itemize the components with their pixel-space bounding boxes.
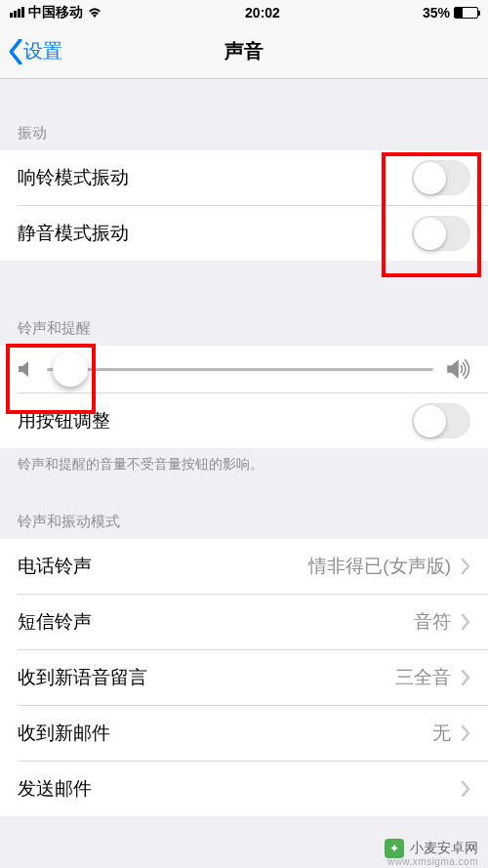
volume-slider-row: [0, 346, 488, 393]
row-text-tone[interactable]: 短信铃声 音符: [0, 595, 488, 649]
watermark-logo-icon: ✦: [385, 839, 404, 858]
status-bar: 中国移动 20:02 35%: [0, 0, 488, 24]
chevron-right-icon: [461, 670, 470, 685]
row-new-mail[interactable]: 收到新邮件 无: [0, 706, 488, 761]
cell-label: 静音模式振动: [18, 221, 412, 246]
row-button-adjust[interactable]: 用按钮调整: [0, 393, 488, 448]
cell-value: 情非得已(女声版): [308, 554, 451, 579]
watermark-url: www.xmsigma.com: [387, 856, 478, 867]
switch-silent-vibrate[interactable]: [412, 216, 470, 251]
row-sent-mail[interactable]: 发送邮件: [0, 762, 488, 816]
cell-label: 发送邮件: [18, 776, 451, 802]
cell-value: 音符: [414, 609, 451, 635]
status-left: 中国移动: [10, 4, 102, 21]
chevron-right-icon: [461, 558, 470, 574]
section-header-ringalert: 铃声和提醒: [0, 310, 488, 346]
back-label: 设置: [23, 38, 62, 64]
battery-icon: [454, 7, 478, 19]
nav-bar: 设置 声音: [0, 24, 488, 79]
cell-label: 响铃模式振动: [18, 165, 412, 190]
page-title: 声音: [224, 38, 264, 64]
wifi-icon: [87, 7, 102, 19]
row-ringtone[interactable]: 电话铃声 情非得已(女声版): [0, 539, 488, 594]
watermark: ✦ 小麦安卓网: [385, 839, 478, 858]
cell-value: 无: [432, 721, 451, 746]
chevron-right-icon: [461, 725, 470, 741]
speaker-low-icon: [18, 360, 33, 378]
cell-label: 短信铃声: [18, 609, 414, 635]
status-time: 20:02: [245, 5, 280, 21]
chevron-right-icon: [461, 781, 470, 797]
row-new-voicemail[interactable]: 收到新语音留言 三全音: [0, 650, 488, 705]
signal-icon: [10, 7, 24, 18]
row-silent-vibrate[interactable]: 静音模式振动: [0, 206, 488, 261]
section-header-vibration: 振动: [0, 114, 488, 150]
speaker-high-icon: [447, 359, 470, 379]
carrier-label: 中国移动: [28, 4, 83, 21]
cell-label: 用按钮调整: [18, 408, 412, 434]
cell-label: 电话铃声: [18, 554, 308, 579]
cell-label: 收到新语音留言: [18, 665, 395, 690]
status-right: 35%: [423, 5, 478, 21]
cell-label: 收到新邮件: [18, 721, 432, 746]
section-footer-ringalert: 铃声和提醒的音量不受音量按钮的影响。: [0, 448, 488, 483]
switch-button-adjust[interactable]: [412, 403, 470, 438]
cell-value: 三全音: [395, 665, 451, 690]
section-header-patterns: 铃声和振动模式: [0, 503, 488, 539]
chevron-right-icon: [461, 614, 470, 630]
watermark-text: 小麦安卓网: [410, 840, 478, 857]
switch-ring-vibrate[interactable]: [412, 160, 470, 195]
row-ring-vibrate[interactable]: 响铃模式振动: [0, 150, 488, 205]
volume-slider[interactable]: [47, 368, 433, 371]
slider-thumb[interactable]: [53, 351, 88, 387]
chevron-left-icon: [8, 39, 23, 64]
battery-percent: 35%: [423, 5, 450, 21]
back-button[interactable]: 设置: [8, 38, 62, 64]
